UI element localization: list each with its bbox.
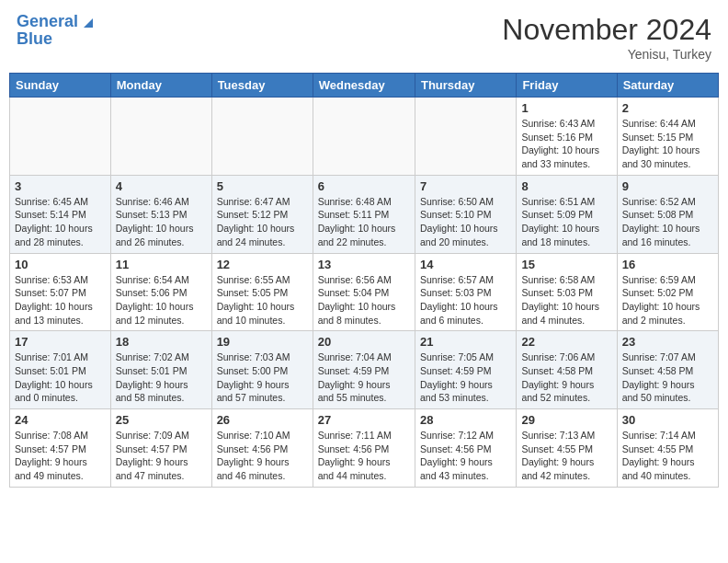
calendar-cell: 8Sunrise: 6:51 AMSunset: 5:09 PMDaylight… — [517, 175, 617, 253]
day-info: Sunrise: 7:04 AMSunset: 4:59 PMDaylight:… — [318, 350, 410, 405]
day-number: 14 — [420, 258, 511, 271]
day-info: Sunrise: 6:55 AMSunset: 5:05 PMDaylight:… — [217, 273, 308, 327]
day-number: 20 — [318, 335, 410, 349]
logo-blue: Blue — [17, 29, 97, 49]
day-info: Sunrise: 7:12 AMSunset: 4:56 PMDaylight:… — [420, 429, 511, 483]
calendar-cell: 5Sunrise: 6:47 AMSunset: 5:12 PMDaylight… — [211, 175, 313, 253]
day-number: 28 — [420, 413, 511, 427]
month-title: November 2024 — [502, 13, 711, 47]
day-info: Sunrise: 6:46 AMSunset: 5:13 PMDaylight:… — [116, 195, 207, 249]
calendar-week-row: 3Sunrise: 6:45 AMSunset: 5:14 PMDaylight… — [10, 175, 719, 253]
calendar-cell: 9Sunrise: 6:52 AMSunset: 5:08 PMDaylight… — [617, 175, 718, 253]
day-info: Sunrise: 6:58 AMSunset: 5:03 PMDaylight:… — [521, 273, 611, 327]
day-info: Sunrise: 7:09 AMSunset: 4:57 PMDaylight:… — [116, 429, 207, 483]
calendar-cell: 11Sunrise: 6:54 AMSunset: 5:06 PMDayligh… — [110, 253, 211, 331]
day-number: 10 — [15, 258, 106, 271]
calendar-cell: 25Sunrise: 7:09 AMSunset: 4:57 PMDayligh… — [110, 409, 211, 488]
day-number: 23 — [622, 335, 713, 349]
day-number: 17 — [15, 335, 106, 349]
calendar-cell: 2Sunrise: 6:44 AMSunset: 5:15 PMDaylight… — [617, 98, 718, 176]
day-info: Sunrise: 6:47 AMSunset: 5:12 PMDaylight:… — [217, 195, 308, 249]
day-number: 2 — [622, 101, 713, 115]
day-info: Sunrise: 7:11 AMSunset: 4:56 PMDaylight:… — [318, 429, 410, 483]
day-header-wednesday: Wednesday — [313, 74, 415, 98]
calendar-cell: 21Sunrise: 7:05 AMSunset: 4:59 PMDayligh… — [415, 331, 516, 409]
day-number: 13 — [318, 258, 410, 271]
day-info: Sunrise: 7:07 AMSunset: 4:58 PMDaylight:… — [622, 350, 713, 405]
day-info: Sunrise: 6:56 AMSunset: 5:04 PMDaylight:… — [318, 273, 410, 327]
day-number: 16 — [622, 258, 713, 271]
calendar-cell — [110, 98, 211, 176]
day-info: Sunrise: 6:52 AMSunset: 5:08 PMDaylight:… — [622, 195, 713, 249]
day-info: Sunrise: 7:08 AMSunset: 4:57 PMDaylight:… — [15, 429, 106, 483]
day-number: 7 — [420, 179, 511, 193]
day-number: 8 — [521, 179, 611, 193]
calendar-cell: 15Sunrise: 6:58 AMSunset: 5:03 PMDayligh… — [517, 253, 617, 331]
day-info: Sunrise: 7:13 AMSunset: 4:55 PMDaylight:… — [521, 429, 611, 483]
day-number: 6 — [318, 179, 410, 193]
day-info: Sunrise: 7:06 AMSunset: 4:58 PMDaylight:… — [521, 350, 611, 405]
day-info: Sunrise: 6:50 AMSunset: 5:10 PMDaylight:… — [420, 195, 511, 249]
calendar-cell: 10Sunrise: 6:53 AMSunset: 5:07 PMDayligh… — [10, 253, 111, 331]
calendar-cell: 17Sunrise: 7:01 AMSunset: 5:01 PMDayligh… — [10, 331, 111, 409]
day-info: Sunrise: 6:43 AMSunset: 5:16 PMDaylight:… — [521, 117, 611, 171]
day-number: 30 — [622, 413, 713, 427]
day-number: 18 — [116, 335, 207, 349]
calendar-week-row: 1Sunrise: 6:43 AMSunset: 5:16 PMDaylight… — [10, 98, 719, 176]
day-info: Sunrise: 6:45 AMSunset: 5:14 PMDaylight:… — [15, 195, 106, 249]
day-number: 19 — [217, 335, 308, 349]
calendar-cell — [415, 98, 516, 176]
calendar-cell: 26Sunrise: 7:10 AMSunset: 4:56 PMDayligh… — [211, 409, 313, 488]
calendar-cell: 16Sunrise: 6:59 AMSunset: 5:02 PMDayligh… — [617, 253, 718, 331]
svg-marker-0 — [84, 18, 93, 28]
calendar-week-row: 17Sunrise: 7:01 AMSunset: 5:01 PMDayligh… — [10, 331, 719, 409]
day-info: Sunrise: 7:01 AMSunset: 5:01 PMDaylight:… — [15, 350, 106, 405]
calendar-cell — [211, 98, 313, 176]
day-number: 5 — [217, 179, 308, 193]
day-info: Sunrise: 7:03 AMSunset: 5:00 PMDaylight:… — [217, 350, 308, 405]
day-number: 26 — [217, 413, 308, 427]
day-number: 22 — [521, 335, 611, 349]
calendar-cell: 18Sunrise: 7:02 AMSunset: 5:01 PMDayligh… — [110, 331, 211, 409]
day-info: Sunrise: 6:48 AMSunset: 5:11 PMDaylight:… — [318, 195, 410, 249]
day-number: 24 — [15, 413, 106, 427]
calendar-cell: 12Sunrise: 6:55 AMSunset: 5:05 PMDayligh… — [211, 253, 313, 331]
calendar-cell: 6Sunrise: 6:48 AMSunset: 5:11 PMDaylight… — [313, 175, 415, 253]
day-number: 12 — [217, 258, 308, 271]
calendar-cell: 7Sunrise: 6:50 AMSunset: 5:10 PMDaylight… — [415, 175, 516, 253]
calendar-cell: 19Sunrise: 7:03 AMSunset: 5:00 PMDayligh… — [211, 331, 313, 409]
day-info: Sunrise: 6:53 AMSunset: 5:07 PMDaylight:… — [15, 273, 106, 327]
calendar-week-row: 24Sunrise: 7:08 AMSunset: 4:57 PMDayligh… — [10, 409, 719, 488]
calendar-cell: 1Sunrise: 6:43 AMSunset: 5:16 PMDaylight… — [517, 98, 617, 176]
calendar-cell — [10, 98, 111, 176]
calendar-cell: 14Sunrise: 6:57 AMSunset: 5:03 PMDayligh… — [415, 253, 516, 331]
day-header-thursday: Thursday — [415, 74, 516, 98]
day-info: Sunrise: 7:14 AMSunset: 4:55 PMDaylight:… — [622, 429, 713, 483]
day-header-saturday: Saturday — [617, 74, 718, 98]
calendar-cell: 24Sunrise: 7:08 AMSunset: 4:57 PMDayligh… — [10, 409, 111, 488]
day-number: 4 — [116, 179, 207, 193]
day-number: 15 — [521, 258, 611, 271]
location: Yenisu, Turkey — [502, 47, 711, 62]
calendar-cell: 30Sunrise: 7:14 AMSunset: 4:55 PMDayligh… — [617, 409, 718, 488]
day-header-monday: Monday — [110, 74, 211, 98]
page-header: General Blue November 2024 Yenisu, Turke… — [9, 9, 719, 65]
day-number: 9 — [622, 179, 713, 193]
calendar-cell: 29Sunrise: 7:13 AMSunset: 4:55 PMDayligh… — [517, 409, 617, 488]
day-info: Sunrise: 6:44 AMSunset: 5:15 PMDaylight:… — [622, 117, 713, 171]
day-info: Sunrise: 6:57 AMSunset: 5:03 PMDaylight:… — [420, 273, 511, 327]
calendar-cell: 23Sunrise: 7:07 AMSunset: 4:58 PMDayligh… — [617, 331, 718, 409]
calendar-cell: 27Sunrise: 7:11 AMSunset: 4:56 PMDayligh… — [313, 409, 415, 488]
calendar-cell: 28Sunrise: 7:12 AMSunset: 4:56 PMDayligh… — [415, 409, 516, 488]
day-info: Sunrise: 6:51 AMSunset: 5:09 PMDaylight:… — [521, 195, 611, 249]
day-number: 3 — [15, 179, 106, 193]
day-info: Sunrise: 7:02 AMSunset: 5:01 PMDaylight:… — [116, 350, 207, 405]
day-info: Sunrise: 6:54 AMSunset: 5:06 PMDaylight:… — [116, 273, 207, 327]
day-header-sunday: Sunday — [10, 74, 111, 98]
day-number: 27 — [318, 413, 410, 427]
calendar-cell: 20Sunrise: 7:04 AMSunset: 4:59 PMDayligh… — [313, 331, 415, 409]
calendar-week-row: 10Sunrise: 6:53 AMSunset: 5:07 PMDayligh… — [10, 253, 719, 331]
calendar-cell: 4Sunrise: 6:46 AMSunset: 5:13 PMDaylight… — [110, 175, 211, 253]
calendar-cell: 22Sunrise: 7:06 AMSunset: 4:58 PMDayligh… — [517, 331, 617, 409]
day-header-friday: Friday — [517, 74, 617, 98]
